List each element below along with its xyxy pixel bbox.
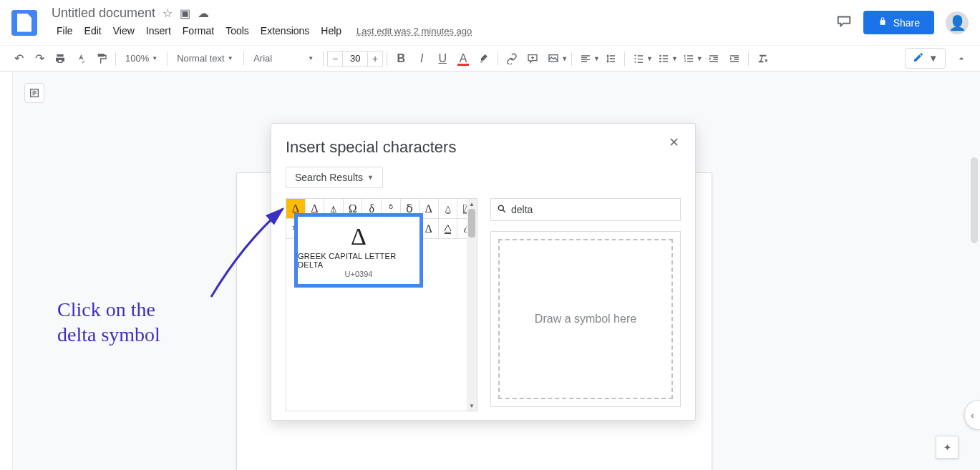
annotation-line: Click on the: [57, 297, 160, 322]
font-size-increase[interactable]: +: [367, 51, 383, 67]
numbered-list-button[interactable]: [679, 49, 699, 69]
char-cell[interactable]: ⩠: [439, 219, 458, 239]
annotation-text: Click on the delta symbol: [57, 297, 160, 347]
star-icon[interactable]: ☆: [162, 6, 173, 20]
paragraph-style-value: Normal text: [177, 53, 224, 64]
account-avatar[interactable]: 👤: [946, 11, 969, 34]
toolbar: ↶ ↷ 100%▼ Normal text▼ Arial▼ − + B I U …: [0, 46, 980, 72]
font-size-control: − +: [327, 51, 383, 67]
comments-icon[interactable]: [836, 13, 852, 32]
menu-tools[interactable]: Tools: [220, 22, 254, 39]
search-icon: [497, 204, 507, 216]
scroll-up-icon[interactable]: ▲: [467, 199, 477, 209]
svg-point-2: [659, 57, 661, 59]
tooltip-code: U+0394: [345, 270, 373, 278]
editing-mode-button[interactable]: ▼: [905, 48, 946, 69]
chevron-down-icon[interactable]: ▼: [593, 55, 600, 62]
bulleted-list-button[interactable]: [654, 49, 674, 69]
app-header: Untitled document ☆ ▣ ☁ File Edit View I…: [0, 0, 980, 46]
annotation-arrow: [200, 200, 301, 308]
zoom-value: 100%: [125, 53, 149, 64]
docs-app-icon[interactable]: [11, 10, 37, 36]
text-color-button[interactable]: A: [453, 49, 473, 69]
last-edit-link[interactable]: Last edit was 2 minutes ago: [356, 26, 472, 36]
collapse-toolbar-button[interactable]: [951, 49, 971, 69]
paint-format-button[interactable]: [92, 49, 112, 69]
insert-link-button[interactable]: [502, 49, 522, 69]
font-value: Arial: [253, 53, 272, 64]
vertical-ruler: [0, 72, 13, 470]
indent-increase-button[interactable]: [724, 49, 744, 69]
explore-button[interactable]: ✦: [936, 436, 959, 459]
menu-edit[interactable]: Edit: [79, 22, 107, 39]
menu-file[interactable]: File: [52, 22, 78, 39]
lock-icon: [878, 16, 888, 29]
move-icon[interactable]: ▣: [180, 6, 190, 20]
clear-formatting-button[interactable]: [752, 49, 772, 69]
scroll-down-icon[interactable]: ▼: [467, 401, 477, 411]
svg-point-1: [659, 54, 661, 57]
menu-view[interactable]: View: [108, 22, 140, 39]
chevron-down-icon[interactable]: ▼: [561, 55, 568, 62]
zoom-dropdown[interactable]: 100%▼: [120, 50, 163, 67]
menu-help[interactable]: Help: [316, 22, 346, 39]
document-outline-button[interactable]: [24, 83, 44, 103]
chevron-down-icon[interactable]: ▼: [697, 55, 703, 62]
tooltip-name: GREEK CAPITAL LETTER DELTA: [298, 252, 419, 269]
char-cell[interactable]: ⍙: [439, 199, 458, 219]
undo-button[interactable]: ↶: [9, 49, 29, 69]
align-button[interactable]: [576, 49, 596, 69]
annotation-line: delta symbol: [57, 322, 160, 347]
draw-area[interactable]: Draw a symbol here: [498, 239, 673, 399]
dialog-title: Insert special characters: [286, 138, 681, 157]
category-value: Search Results: [295, 172, 363, 183]
redo-button[interactable]: ↷: [29, 49, 49, 69]
chevron-down-icon[interactable]: ▼: [671, 55, 678, 62]
highlight-button[interactable]: [474, 49, 494, 69]
svg-point-5: [498, 205, 503, 210]
menu-insert[interactable]: Insert: [141, 22, 176, 39]
line-spacing-button[interactable]: [601, 49, 621, 69]
tooltip-glyph: Δ: [351, 223, 367, 250]
print-button[interactable]: [50, 49, 70, 69]
share-label: Share: [893, 17, 920, 29]
share-button[interactable]: Share: [863, 11, 934, 34]
font-size-input[interactable]: [343, 51, 367, 67]
pencil-icon: [913, 52, 924, 65]
underline-button[interactable]: U: [432, 49, 452, 69]
bold-button[interactable]: B: [391, 49, 411, 69]
menu-bar: File Edit View Insert Format Tools Exten…: [52, 22, 472, 39]
spellcheck-button[interactable]: [71, 49, 91, 69]
menu-format[interactable]: Format: [178, 22, 219, 39]
indent-decrease-button[interactable]: [704, 49, 724, 69]
document-title[interactable]: Untitled document: [52, 6, 155, 21]
draw-hint-label: Draw a symbol here: [535, 313, 636, 325]
menu-extensions[interactable]: Extensions: [256, 22, 314, 39]
character-tooltip: Δ GREEK CAPITAL LETTER DELTA U+0394: [294, 213, 423, 288]
character-search-box: [490, 198, 681, 221]
add-comment-button[interactable]: [523, 49, 543, 69]
character-search-input[interactable]: [511, 204, 674, 215]
italic-button[interactable]: I: [412, 49, 432, 69]
category-dropdown[interactable]: Search Results ▼: [286, 167, 383, 188]
font-dropdown[interactable]: Arial▼: [248, 50, 319, 67]
cloud-status-icon[interactable]: ☁: [198, 6, 209, 20]
character-grid-scrollbar[interactable]: ▲ ▼: [467, 199, 477, 411]
close-icon[interactable]: ✕: [666, 135, 681, 150]
draw-symbol-panel: Draw a symbol here: [490, 231, 681, 407]
paragraph-style-dropdown[interactable]: Normal text▼: [171, 50, 240, 67]
svg-point-3: [659, 60, 661, 62]
insert-image-button[interactable]: [543, 49, 563, 69]
chevron-down-icon[interactable]: ▼: [646, 55, 653, 62]
font-size-decrease[interactable]: −: [327, 51, 343, 67]
checklist-button[interactable]: [629, 49, 649, 69]
